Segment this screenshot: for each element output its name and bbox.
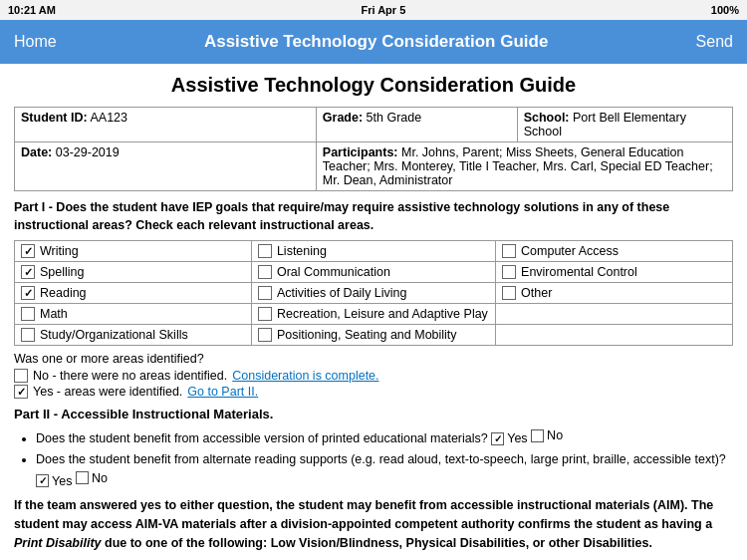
school-label: School:: [524, 111, 570, 125]
nav-title: Assistive Technology Consideration Guide: [204, 32, 548, 52]
date-label: Date:: [21, 145, 52, 159]
spelling-checkbox[interactable]: [21, 265, 35, 279]
math-label: Math: [40, 307, 68, 321]
student-info-table: Student ID: AA123 Grade: 5th Grade Schoo…: [14, 107, 733, 191]
bullet-1-text: Does the student benefit from accessible…: [36, 431, 488, 445]
bullet-item-1: Does the student benefit from accessible…: [36, 426, 733, 448]
option-yes[interactable]: Yes - areas were identified. Go to Part …: [14, 385, 733, 399]
bullet-2-text: Does the student benefit from alternate …: [36, 452, 726, 466]
checkbox-other[interactable]: Other: [502, 286, 726, 300]
adl-label: Activities of Daily Living: [277, 286, 407, 300]
recreation-checkbox[interactable]: [258, 307, 272, 321]
study-skills-checkbox[interactable]: [21, 328, 35, 342]
checkbox-environmental-control[interactable]: Enviromental Control: [502, 265, 726, 279]
oral-communication-label: Oral Communication: [277, 265, 390, 279]
checkbox-oral-communication[interactable]: Oral Communication: [258, 265, 489, 279]
checkbox-recreation[interactable]: Recreation, Leisure and Adaptive Play: [258, 307, 489, 321]
option-no[interactable]: No - there were no areas identified. Con…: [14, 369, 733, 383]
grade-value: 5th Grade: [367, 111, 422, 125]
reading-checkbox[interactable]: [21, 286, 35, 300]
student-id-label: Student ID:: [21, 111, 88, 125]
bullet-2-yes[interactable]: Yes: [36, 472, 72, 491]
environmental-control-checkbox[interactable]: [502, 265, 516, 279]
status-time: 10:21 AM: [8, 4, 56, 16]
status-battery: 100%: [711, 4, 739, 16]
participants-label: Participants:: [323, 145, 398, 159]
checkbox-reading[interactable]: Reading: [21, 286, 245, 300]
bullet-2-yes-label: Yes: [52, 472, 72, 491]
status-bar: 10:21 AM Fri Apr 5 100%: [0, 0, 747, 20]
was-one-question: Was one or more areas identified?: [14, 352, 733, 366]
checkbox-listening[interactable]: Listening: [258, 244, 489, 258]
no-radio[interactable]: [14, 369, 28, 383]
adl-checkbox[interactable]: [258, 286, 272, 300]
send-button[interactable]: Send: [696, 33, 733, 51]
part2-bullet-list: Does the student benefit from accessible…: [14, 426, 733, 490]
aim-paragraph: If the team answered yes to either quest…: [14, 496, 733, 552]
bullet-item-2: Does the student benefit from alternate …: [36, 450, 733, 491]
bullet-2-no[interactable]: No: [76, 469, 108, 488]
grade-label: Grade:: [323, 111, 363, 125]
bullet-2-yes-checkbox[interactable]: [36, 474, 49, 487]
recreation-label: Recreation, Leisure and Adaptive Play: [277, 307, 488, 321]
environmental-control-label: Enviromental Control: [521, 265, 637, 279]
part1-title: Part I - Does the student have IEP goals…: [14, 199, 733, 234]
nav-bar: Home Assistive Technology Consideration …: [0, 20, 747, 64]
student-id-value: AA123: [90, 111, 127, 125]
part2-title: Part II - Accessible Instructional Mater…: [14, 407, 733, 421]
bullet-1-yes-checkbox[interactable]: [491, 432, 504, 445]
content-area: Assistive Technology Consideration Guide…: [0, 64, 747, 560]
writing-checkbox[interactable]: [21, 244, 35, 258]
checkbox-adl[interactable]: Activities of Daily Living: [258, 286, 489, 300]
date-value: 03-29-2019: [56, 145, 120, 159]
checkbox-computer-access[interactable]: Computer Access: [502, 244, 726, 258]
checkbox-writing[interactable]: Writing: [21, 244, 245, 258]
bullet-2-no-checkbox[interactable]: [76, 471, 89, 484]
listening-label: Listening: [277, 244, 327, 258]
checkbox-study-skills[interactable]: Study/Organizational Skills: [21, 328, 245, 342]
home-button[interactable]: Home: [14, 33, 57, 51]
yes-radio[interactable]: [14, 385, 28, 399]
bullet-1-yes-label: Yes: [507, 429, 527, 448]
listening-checkbox[interactable]: [258, 244, 272, 258]
other-label: Other: [521, 286, 552, 300]
oral-communication-checkbox[interactable]: [258, 265, 272, 279]
go-to-part2-link[interactable]: Go to Part II.: [187, 385, 258, 399]
reading-label: Reading: [40, 286, 87, 300]
consideration-complete-link[interactable]: Consideration is complete.: [232, 369, 378, 383]
bullet-1-yes[interactable]: Yes: [491, 429, 527, 448]
checkbox-positioning[interactable]: Positioning, Seating and Mobility: [258, 328, 489, 342]
status-day: Fri Apr 5: [361, 4, 405, 16]
bullet-1-no[interactable]: No: [531, 426, 563, 445]
bullet-1-no-checkbox[interactable]: [531, 429, 544, 442]
study-skills-label: Study/Organizational Skills: [40, 328, 188, 342]
checkbox-grid: Writing Listening Computer Access: [14, 240, 733, 346]
positioning-label: Positioning, Seating and Mobility: [277, 328, 457, 342]
math-checkbox[interactable]: [21, 307, 35, 321]
checkbox-spelling[interactable]: Spelling: [21, 265, 245, 279]
checkbox-math[interactable]: Math: [21, 307, 245, 321]
other-checkbox[interactable]: [502, 286, 516, 300]
spelling-label: Spelling: [40, 265, 84, 279]
positioning-checkbox[interactable]: [258, 328, 272, 342]
writing-label: Writing: [40, 244, 79, 258]
page-title: Assistive Technology Consideration Guide: [14, 74, 733, 97]
bullet-1-no-label: No: [547, 426, 563, 445]
no-label: No - there were no areas identified.: [33, 369, 227, 383]
yes-label: Yes - areas were identified.: [33, 385, 182, 399]
computer-access-label: Computer Access: [521, 244, 619, 258]
computer-access-checkbox[interactable]: [502, 244, 516, 258]
bullet-2-no-label: No: [92, 469, 108, 488]
